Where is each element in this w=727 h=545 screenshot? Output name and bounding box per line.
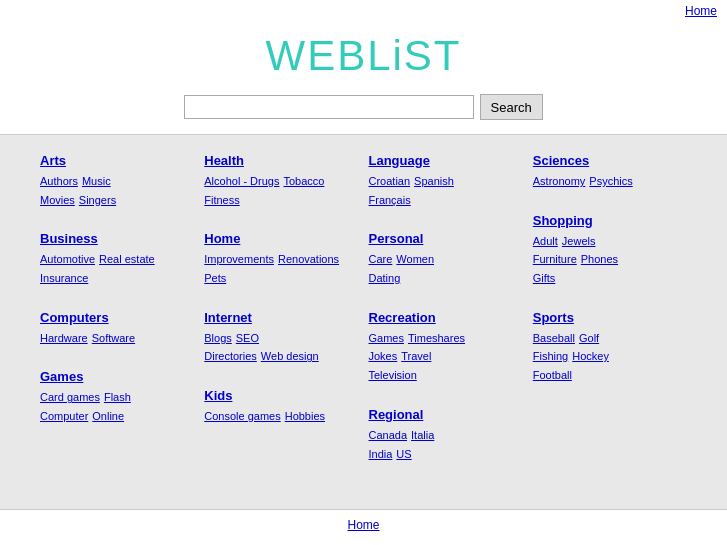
- link-croatian[interactable]: Croatian: [369, 175, 411, 187]
- cat-links-shopping: AdultJewels FurniturePhones Gifts: [533, 232, 687, 288]
- link-francais[interactable]: Français: [369, 194, 411, 206]
- link-italia[interactable]: Italia: [411, 429, 434, 441]
- cat-links-health: Alcohol - DrugsTobacco Fitness: [204, 172, 358, 209]
- link-golf[interactable]: Golf: [579, 332, 599, 344]
- link-authors[interactable]: Authors: [40, 175, 78, 187]
- cat-title-regional[interactable]: Regional: [369, 407, 523, 422]
- link-gifts[interactable]: Gifts: [533, 272, 556, 284]
- col-3: Sciences AstronomyPsychics Shopping Adul…: [533, 153, 687, 485]
- link-pets[interactable]: Pets: [204, 272, 226, 284]
- link-fishing[interactable]: Fishing: [533, 350, 568, 362]
- link-seo[interactable]: SEO: [236, 332, 259, 344]
- link-real-estate[interactable]: Real estate: [99, 253, 155, 265]
- link-web-design[interactable]: Web design: [261, 350, 319, 362]
- link-hockey[interactable]: Hockey: [572, 350, 609, 362]
- link-timeshares[interactable]: Timeshares: [408, 332, 465, 344]
- top-home-link[interactable]: Home: [685, 4, 717, 18]
- link-baseball[interactable]: Baseball: [533, 332, 575, 344]
- link-television[interactable]: Television: [369, 369, 417, 381]
- cat-recreation: Recreation GamesTimeshares JokesTravel T…: [369, 310, 523, 385]
- link-singers[interactable]: Singers: [79, 194, 116, 206]
- cat-title-shopping[interactable]: Shopping: [533, 213, 687, 228]
- link-travel[interactable]: Travel: [401, 350, 431, 362]
- col-2: Language CroatianSpanish Français Person…: [369, 153, 523, 485]
- link-alcohol-drugs[interactable]: Alcohol - Drugs: [204, 175, 279, 187]
- footer-home-link[interactable]: Home: [347, 518, 379, 532]
- link-automotive[interactable]: Automotive: [40, 253, 95, 265]
- cat-title-kids[interactable]: Kids: [204, 388, 358, 403]
- link-renovations[interactable]: Renovations: [278, 253, 339, 265]
- link-furniture[interactable]: Furniture: [533, 253, 577, 265]
- link-music[interactable]: Music: [82, 175, 111, 187]
- cat-personal: Personal CareWomen Dating: [369, 231, 523, 287]
- search-input[interactable]: [184, 95, 474, 119]
- link-computer[interactable]: Computer: [40, 410, 88, 422]
- cat-sports: Sports BaseballGolf FishingHockey Footba…: [533, 310, 687, 385]
- categories-grid: Arts AuthorsMusic MoviesSingers Business…: [40, 153, 687, 485]
- cat-arts: Arts AuthorsMusic MoviesSingers: [40, 153, 194, 209]
- cat-title-sports[interactable]: Sports: [533, 310, 687, 325]
- link-tobacco[interactable]: Tobacco: [283, 175, 324, 187]
- link-india[interactable]: India: [369, 448, 393, 460]
- link-improvements[interactable]: Improvements: [204, 253, 274, 265]
- link-football[interactable]: Football: [533, 369, 572, 381]
- link-card-games[interactable]: Card games: [40, 391, 100, 403]
- cat-title-internet[interactable]: Internet: [204, 310, 358, 325]
- logo: WEBLiST: [265, 32, 461, 80]
- cat-links-personal: CareWomen Dating: [369, 250, 523, 287]
- cat-title-arts[interactable]: Arts: [40, 153, 194, 168]
- cat-title-personal[interactable]: Personal: [369, 231, 523, 246]
- cat-links-internet: BlogsSEO DirectoriesWeb design: [204, 329, 358, 366]
- link-us[interactable]: US: [396, 448, 411, 460]
- cat-title-home[interactable]: Home: [204, 231, 358, 246]
- cat-links-arts: AuthorsMusic MoviesSingers: [40, 172, 194, 209]
- link-console-games[interactable]: Console games: [204, 410, 280, 422]
- cat-health: Health Alcohol - DrugsTobacco Fitness: [204, 153, 358, 209]
- link-psychics[interactable]: Psychics: [589, 175, 632, 187]
- cat-title-recreation[interactable]: Recreation: [369, 310, 523, 325]
- search-button[interactable]: Search: [480, 94, 543, 120]
- cat-title-sciences[interactable]: Sciences: [533, 153, 687, 168]
- cat-links-computers: HardwareSoftware: [40, 329, 194, 348]
- link-directories[interactable]: Directories: [204, 350, 257, 362]
- powered-by: POWERED BY SITESIFT: [0, 540, 727, 545]
- link-online[interactable]: Online: [92, 410, 124, 422]
- link-games[interactable]: Games: [369, 332, 404, 344]
- link-jokes[interactable]: Jokes: [369, 350, 398, 362]
- cat-kids: Kids Console gamesHobbies: [204, 388, 358, 426]
- cat-title-language[interactable]: Language: [369, 153, 523, 168]
- link-jewels[interactable]: Jewels: [562, 235, 596, 247]
- col-1: Health Alcohol - DrugsTobacco Fitness Ho…: [204, 153, 358, 485]
- cat-links-games: Card gamesFlash ComputerOnline: [40, 388, 194, 425]
- link-hardware[interactable]: Hardware: [40, 332, 88, 344]
- link-astronomy[interactable]: Astronomy: [533, 175, 586, 187]
- cat-title-health[interactable]: Health: [204, 153, 358, 168]
- cat-links-kids: Console gamesHobbies: [204, 407, 358, 426]
- cat-title-computers[interactable]: Computers: [40, 310, 194, 325]
- link-hobbies[interactable]: Hobbies: [285, 410, 325, 422]
- link-flash[interactable]: Flash: [104, 391, 131, 403]
- cat-home: Home ImprovementsRenovations Pets: [204, 231, 358, 287]
- cat-links-home: ImprovementsRenovations Pets: [204, 250, 358, 287]
- cat-business: Business AutomotiveReal estate Insurance: [40, 231, 194, 287]
- top-nav: Home: [0, 0, 727, 22]
- link-fitness[interactable]: Fitness: [204, 194, 239, 206]
- cat-title-business[interactable]: Business: [40, 231, 194, 246]
- link-blogs[interactable]: Blogs: [204, 332, 232, 344]
- header: WEBLiST: [0, 22, 727, 88]
- link-care[interactable]: Care: [369, 253, 393, 265]
- link-spanish[interactable]: Spanish: [414, 175, 454, 187]
- cat-links-regional: CanadaItalia IndiaUS: [369, 426, 523, 463]
- link-movies[interactable]: Movies: [40, 194, 75, 206]
- link-insurance[interactable]: Insurance: [40, 272, 88, 284]
- link-software[interactable]: Software: [92, 332, 135, 344]
- cat-title-games[interactable]: Games: [40, 369, 194, 384]
- link-dating[interactable]: Dating: [369, 272, 401, 284]
- link-adult[interactable]: Adult: [533, 235, 558, 247]
- main-content: Arts AuthorsMusic MoviesSingers Business…: [0, 134, 727, 510]
- cat-links-business: AutomotiveReal estate Insurance: [40, 250, 194, 287]
- link-canada[interactable]: Canada: [369, 429, 408, 441]
- search-bar: Search: [0, 88, 727, 134]
- link-women[interactable]: Women: [396, 253, 434, 265]
- link-phones[interactable]: Phones: [581, 253, 618, 265]
